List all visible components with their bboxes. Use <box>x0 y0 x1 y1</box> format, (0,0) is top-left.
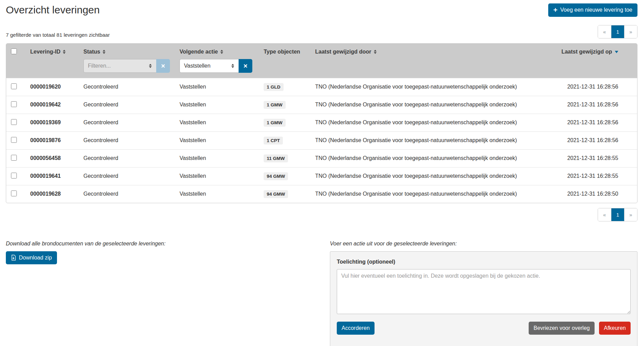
sort-icon <box>220 50 223 54</box>
type-objecten-badge: 11 GMW <box>264 154 288 162</box>
gewijzigd-door-cell: TNO (Nederlandse Organisatie voor toegep… <box>312 78 551 96</box>
gewijzigd-door-cell: TNO (Nederlandse Organisatie voor toegep… <box>312 114 551 131</box>
pagination-top-next[interactable]: » <box>624 25 637 38</box>
filter-summary: 7 gefilterde van totaal 81 leveringen zi… <box>6 32 110 38</box>
row-checkbox[interactable] <box>11 101 17 107</box>
download-zip-button[interactable]: Download zip <box>6 251 57 264</box>
action-buttons: Accorderen Bevriezen voor overleg Afkeur… <box>337 322 631 335</box>
gewijzigd-op-cell: 2021-12-31 16:28:55 <box>551 149 637 167</box>
action-section: Voer een actie uit voor de geselecteerde… <box>330 241 637 346</box>
col-gewijzigd-op-label: Laatst gewijzigd op <box>561 49 612 55</box>
volgende-actie-filter-clear-button[interactable]: × <box>239 59 252 73</box>
row-checkbox[interactable] <box>11 155 17 161</box>
type-objecten-badge: 1 GLD <box>264 83 284 91</box>
col-volgende-actie-label: Volgende actie <box>180 49 218 55</box>
row-checkbox[interactable] <box>11 191 17 196</box>
gewijzigd-op-cell: 2021-12-31 16:28:56 <box>551 96 637 114</box>
volgende-actie-cell: Vaststellen <box>176 114 260 131</box>
levering-id-cell: 0000019642 <box>27 96 80 114</box>
status-cell: Gecontroleerd <box>80 167 176 185</box>
row-checkbox[interactable] <box>11 173 17 178</box>
table-body: 0000019620 Gecontroleerd Vaststellen 1 G… <box>6 78 637 203</box>
pagination-top: « 1 » <box>598 25 637 38</box>
col-gewijzigd-op[interactable]: Laatst gewijzigd op <box>551 44 637 57</box>
col-levering-id[interactable]: Levering-ID <box>27 44 80 57</box>
add-delivery-button-label: Voeg een nieuwe levering toe <box>560 7 632 13</box>
buttons-spacer <box>379 322 524 335</box>
status-cell: Gecontroleerd <box>80 78 176 96</box>
plus-icon: + <box>553 7 557 13</box>
select-all-checkbox[interactable] <box>11 48 17 54</box>
gewijzigd-door-cell: TNO (Nederlandse Organisatie voor toegep… <box>312 149 551 167</box>
volgende-actie-filter-select[interactable]: Vaststellen <box>180 59 239 73</box>
type-objecten-badge: 1 GMW <box>264 101 286 109</box>
type-objecten-badge: 1 GMW <box>264 119 286 127</box>
afkeuren-button[interactable]: Afkeuren <box>599 322 631 335</box>
levering-id-cell: 0000019641 <box>27 167 80 185</box>
table-header-row: Levering-ID Status Volgende actie Type o… <box>6 44 637 57</box>
table-row: 0000019642 Gecontroleerd Vaststellen 1 G… <box>6 96 637 114</box>
volgende-actie-cell: Vaststellen <box>176 167 260 185</box>
gewijzigd-op-cell: 2021-12-31 16:28:56 <box>551 78 637 96</box>
col-gewijzigd-door-label: Laatst gewijzigd door <box>315 49 371 55</box>
sort-icon <box>103 50 105 54</box>
col-status[interactable]: Status <box>80 44 176 57</box>
status-filter-clear-button[interactable]: × <box>156 59 170 73</box>
volgende-actie-cell: Vaststellen <box>176 96 260 114</box>
gewijzigd-door-cell: TNO (Nederlandse Organisatie voor toegep… <box>312 131 551 149</box>
gewijzigd-op-cell: 2021-12-31 16:28:50 <box>551 185 637 203</box>
table-row: 0000019876 Gecontroleerd Vaststellen 1 C… <box>6 131 637 149</box>
volgende-actie-cell: Vaststellen <box>176 131 260 149</box>
pagination-bottom-next[interactable]: » <box>624 208 637 221</box>
volgende-actie-cell: Vaststellen <box>176 149 260 167</box>
page: Overzicht leveringen + Voeg een nieuwe l… <box>0 0 644 346</box>
status-cell: Gecontroleerd <box>80 114 176 131</box>
toelichting-textarea[interactable] <box>337 269 631 314</box>
row-checkbox[interactable] <box>11 119 17 125</box>
page-title: Overzicht leveringen <box>6 4 100 16</box>
sort-desc-icon <box>615 51 618 53</box>
toelichting-label: Toelichting (optioneel) <box>337 259 631 265</box>
download-section: Download alle brondocumenten van de gese… <box>6 241 330 264</box>
pagination-bottom-row: « 1 » <box>6 208 637 221</box>
deliveries-table: Levering-ID Status Volgende actie Type o… <box>6 43 637 203</box>
levering-id-cell: 0000019369 <box>27 114 80 131</box>
bevriezen-voor-overleg-button[interactable]: Bevriezen voor overleg <box>529 322 595 335</box>
gewijzigd-door-cell: TNO (Nederlandse Organisatie voor toegep… <box>312 185 551 203</box>
status-cell: Gecontroleerd <box>80 149 176 167</box>
download-section-label: Download alle brondocumenten van de gese… <box>6 241 330 247</box>
gewijzigd-door-cell: TNO (Nederlandse Organisatie voor toegep… <box>312 167 551 185</box>
status-cell: Gecontroleerd <box>80 96 176 114</box>
levering-id-cell: 0000019876 <box>27 131 80 149</box>
status-filter: Filteren... × <box>83 59 173 73</box>
status-cell: Gecontroleerd <box>80 131 176 149</box>
table-row: 0000056458 Gecontroleerd Vaststellen 11 … <box>6 149 637 167</box>
col-gewijzigd-door[interactable]: Laatst gewijzigd door <box>312 44 551 57</box>
bottom-section: Download alle brondocumenten van de gese… <box>6 241 637 346</box>
accorderen-button[interactable]: Accorderen <box>337 322 375 335</box>
col-levering-id-label: Levering-ID <box>30 49 60 55</box>
table-row: 0000019628 Gecontroleerd Vaststellen 94 … <box>6 185 637 203</box>
action-section-label: Voer een actie uit voor de geselecteerde… <box>330 241 637 247</box>
col-volgende-actie[interactable]: Volgende actie <box>176 44 260 57</box>
col-type-objecten: Type objecten <box>260 44 312 57</box>
sort-icon <box>63 50 66 54</box>
table-row: 0000019369 Gecontroleerd Vaststellen 1 G… <box>6 114 637 131</box>
row-checkbox[interactable] <box>11 83 17 89</box>
col-type-objecten-label: Type objecten <box>264 49 300 55</box>
status-filter-select[interactable]: Filteren... <box>83 59 156 73</box>
volgende-actie-cell: Vaststellen <box>176 185 260 203</box>
download-zip-button-label: Download zip <box>19 255 52 261</box>
row-checkbox[interactable] <box>11 137 17 143</box>
pagination-bottom-prev[interactable]: « <box>598 208 611 221</box>
status-cell: Gecontroleerd <box>80 185 176 203</box>
pagination-bottom-page-1[interactable]: 1 <box>611 208 624 221</box>
sort-icon <box>374 50 377 54</box>
pagination-top-page-1[interactable]: 1 <box>611 25 624 38</box>
levering-id-cell: 0000056458 <box>27 149 80 167</box>
add-delivery-button[interactable]: + Voeg een nieuwe levering toe <box>548 3 637 17</box>
volgende-actie-cell: Vaststellen <box>176 78 260 96</box>
table-row: 0000019620 Gecontroleerd Vaststellen 1 G… <box>6 78 637 96</box>
action-panel: Toelichting (optioneel) Accorderen Bevri… <box>330 251 637 346</box>
pagination-top-prev[interactable]: « <box>598 25 611 38</box>
